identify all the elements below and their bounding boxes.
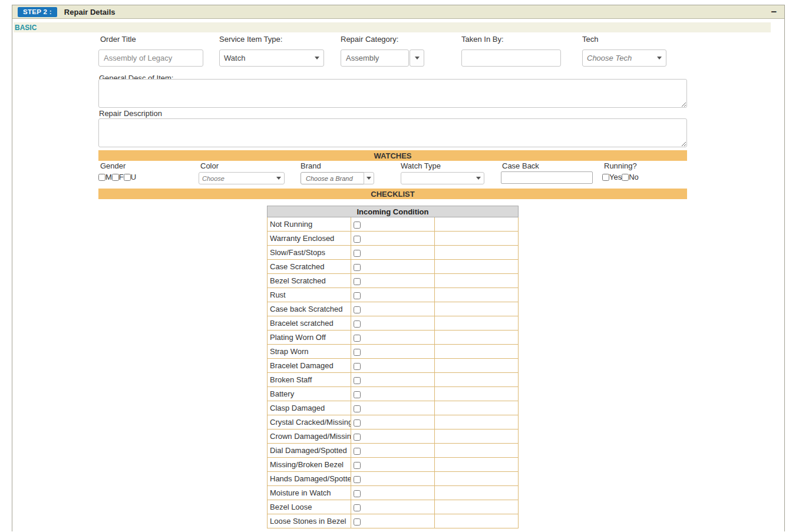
condition-checkbox[interactable] <box>354 320 361 328</box>
running-no-checkbox[interactable] <box>622 174 629 181</box>
condition-label: Moisture in Watch <box>268 486 351 500</box>
gender-option-f[interactable]: F <box>112 173 124 181</box>
step-badge: STEP 2 : <box>18 7 57 17</box>
order-title-label: Order Title <box>100 35 136 44</box>
taken-in-by-label: Taken In By: <box>461 35 504 44</box>
checklist-section-bar: CHECKLIST <box>98 189 687 199</box>
gender-m-checkbox[interactable] <box>98 174 105 181</box>
gender-option-m[interactable]: M <box>98 173 112 181</box>
brand-input[interactable] <box>301 172 364 184</box>
checklist-row: Crystal Cracked/Missing <box>268 415 519 429</box>
color-select[interactable]: Choose <box>199 172 285 184</box>
case-back-input[interactable] <box>501 171 593 184</box>
brand-dropdown-button[interactable] <box>364 172 374 184</box>
condition-checkbox[interactable] <box>354 335 361 342</box>
condition-checkbox[interactable] <box>354 518 361 526</box>
general-desc-textarea[interactable] <box>98 79 687 108</box>
repair-category-dropdown-button[interactable] <box>410 49 424 67</box>
condition-checkbox-cell <box>351 500 435 514</box>
condition-checkbox[interactable] <box>354 222 361 229</box>
repair-category-input[interactable] <box>341 49 409 67</box>
chevron-down-icon <box>657 57 662 60</box>
condition-label: Broken Staff <box>268 373 351 387</box>
condition-checkbox-cell <box>351 316 435 331</box>
condition-checkbox-cell <box>351 415 435 429</box>
checklist-row: Dial Damaged/Spotted <box>268 444 519 458</box>
checklist-row: Bezel Loose <box>268 500 519 514</box>
taken-in-by-input[interactable] <box>461 49 561 67</box>
condition-checkbox[interactable] <box>354 391 361 398</box>
condition-checkbox-cell <box>351 486 435 500</box>
condition-checkbox-cell <box>351 345 435 359</box>
condition-extra-cell <box>435 217 519 232</box>
condition-checkbox[interactable] <box>354 476 361 483</box>
condition-checkbox[interactable] <box>354 377 361 384</box>
checklist-row: Bracelet Damaged <box>268 359 519 373</box>
condition-checkbox[interactable] <box>354 306 361 313</box>
tech-select[interactable]: Choose Tech <box>582 49 666 67</box>
condition-label: Clasp Damaged <box>268 401 351 415</box>
condition-checkbox-cell <box>351 246 435 260</box>
gender-u-checkbox[interactable] <box>124 174 131 181</box>
condition-extra-cell <box>435 274 519 288</box>
order-title-input[interactable] <box>98 49 203 67</box>
condition-extra-cell <box>435 444 519 458</box>
condition-label: Bracelet Damaged <box>268 359 351 373</box>
panel-title: Repair Details <box>64 8 115 16</box>
checklist-row: Not Running <box>268 217 519 232</box>
condition-checkbox-cell <box>351 331 435 345</box>
condition-checkbox[interactable] <box>354 504 361 511</box>
gender-option-u[interactable]: U <box>124 173 136 181</box>
repair-description-textarea[interactable] <box>98 118 687 147</box>
condition-checkbox[interactable] <box>354 278 361 285</box>
gender-checkbox-group: M F U <box>98 173 136 181</box>
running-checkbox-group: Yes No <box>602 173 639 181</box>
checklist-row: Rust <box>268 288 519 302</box>
condition-checkbox[interactable] <box>354 250 361 257</box>
condition-extra-cell <box>435 246 519 260</box>
condition-checkbox[interactable] <box>354 448 361 455</box>
condition-checkbox[interactable] <box>354 264 361 271</box>
condition-checkbox[interactable] <box>354 419 361 427</box>
checklist-row: Moisture in Watch <box>268 486 519 500</box>
service-item-type-select[interactable]: Watch <box>219 49 324 67</box>
condition-checkbox[interactable] <box>354 490 361 497</box>
condition-checkbox-cell <box>351 514 435 528</box>
checklist-row: Warranty Enclosed <box>268 232 519 246</box>
checklist-row: Crown Damaged/Missing <box>268 429 519 444</box>
condition-label: Battery <box>268 387 351 401</box>
watch-type-label: Watch Type <box>401 161 441 170</box>
condition-label: Missing/Broken Bezel <box>268 458 351 472</box>
condition-checkbox[interactable] <box>354 405 361 412</box>
condition-checkbox-cell <box>351 387 435 401</box>
condition-extra-cell <box>435 316 519 331</box>
condition-checkbox[interactable] <box>354 462 361 469</box>
condition-checkbox[interactable] <box>354 292 361 299</box>
running-yes-checkbox[interactable] <box>602 174 609 181</box>
tech-value: Choose Tech <box>587 54 632 62</box>
gender-f-checkbox[interactable] <box>112 174 119 181</box>
condition-checkbox[interactable] <box>354 236 361 243</box>
condition-extra-cell <box>435 458 519 472</box>
minimize-icon[interactable]: – <box>769 8 779 16</box>
condition-checkbox-cell <box>351 359 435 373</box>
watch-type-select[interactable] <box>401 172 484 184</box>
checklist-row: Clasp Damaged <box>268 401 519 415</box>
condition-extra-cell <box>435 288 519 302</box>
condition-label: Case Scratched <box>268 260 351 274</box>
chevron-down-icon <box>315 57 319 60</box>
condition-checkbox[interactable] <box>354 363 361 370</box>
checklist-row: Missing/Broken Bezel <box>268 458 519 472</box>
condition-extra-cell <box>435 260 519 274</box>
case-back-label: Case Back <box>502 161 539 170</box>
running-option-yes[interactable]: Yes <box>602 173 622 181</box>
checklist-row: Plating Worn Off <box>268 331 519 345</box>
checklist-row: Broken Staff <box>268 373 519 387</box>
condition-extra-cell <box>435 415 519 429</box>
condition-checkbox[interactable] <box>354 349 361 356</box>
condition-checkbox[interactable] <box>354 434 361 441</box>
checklist-row: Case Scratched <box>268 260 519 274</box>
running-option-no[interactable]: No <box>622 173 639 181</box>
condition-label: Loose Stones in Bezel <box>268 514 351 528</box>
tech-label: Tech <box>582 35 598 44</box>
